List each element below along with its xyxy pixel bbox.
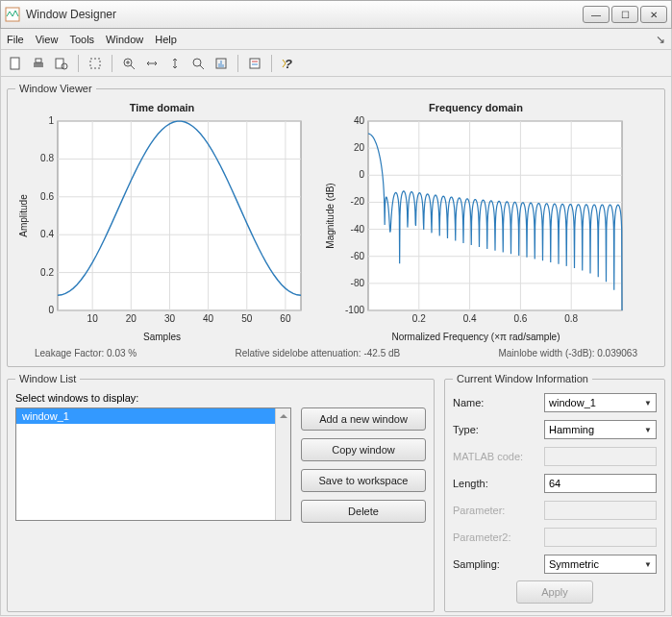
sampling-combo[interactable]: Symmetric▼ — [544, 555, 657, 574]
toolbar: ? — [0, 50, 672, 77]
svg-text:-100: -100 — [345, 305, 364, 315]
list-item[interactable]: window_1 — [16, 408, 290, 424]
zoom-fit-icon[interactable] — [189, 55, 207, 72]
legend-icon[interactable] — [246, 55, 263, 72]
svg-text:10: 10 — [87, 313, 99, 324]
apply-button[interactable]: Apply — [516, 580, 593, 604]
svg-text:1: 1 — [48, 115, 54, 126]
menu-help[interactable]: Help — [155, 34, 177, 45]
type-combo[interactable]: Hamming▼ — [544, 420, 657, 439]
svg-text:-60: -60 — [351, 251, 365, 261]
menu-file[interactable]: File — [7, 34, 24, 45]
svg-line-8 — [131, 65, 135, 69]
svg-text:0.2: 0.2 — [412, 313, 426, 324]
svg-text:60: 60 — [280, 313, 291, 324]
viewer-stats: Leakage Factor: 0.03 % Relative sidelobe… — [15, 342, 657, 358]
zoom-y-icon[interactable] — [166, 55, 184, 72]
list-instruction: Select windows to display: — [15, 392, 426, 404]
edit-icon[interactable] — [87, 55, 104, 72]
freq-domain-plot: Frequency domain 0.20.40.60.8-100-80-60-… — [322, 102, 630, 342]
svg-text:Magnitude (dB): Magnitude (dB) — [325, 183, 336, 248]
print-icon[interactable] — [30, 55, 47, 72]
info-legend: Current Window Information — [453, 373, 592, 384]
freq-xlabel: Normalized Frequency (×π rad/sample) — [391, 332, 560, 342]
sidelobe-stat: Relative sidelobe attenuation: -42.5 dB — [235, 348, 400, 358]
menu-tools[interactable]: Tools — [69, 34, 94, 45]
parameter-field — [544, 501, 657, 520]
mainlobe-stat: Mainlobe width (-3dB): 0.039063 — [498, 348, 637, 358]
sampling-label: Sampling: — [453, 558, 544, 570]
svg-text:50: 50 — [241, 313, 253, 324]
freq-plot-canvas[interactable]: 0.20.40.60.8-100-80-60-40-2002040Magnitu… — [322, 115, 630, 332]
menu-view[interactable]: View — [36, 34, 59, 45]
zoom-x-icon[interactable] — [143, 55, 161, 72]
svg-text:20: 20 — [126, 313, 137, 324]
svg-text:0.4: 0.4 — [40, 229, 54, 239]
svg-text:Amplitude: Amplitude — [18, 194, 29, 237]
current-window-info-panel: Current Window Information Name: window_… — [444, 373, 665, 612]
svg-rect-23 — [58, 121, 301, 310]
svg-rect-19 — [250, 59, 260, 68]
svg-text:40: 40 — [203, 313, 214, 324]
svg-rect-2 — [34, 62, 43, 67]
length-label: Length: — [453, 478, 544, 489]
svg-text:0.2: 0.2 — [40, 267, 54, 278]
help-icon[interactable]: ? — [280, 55, 297, 72]
time-xlabel: Samples — [143, 332, 181, 342]
time-plot-canvas[interactable]: 10203040506000.20.40.60.81Amplitude — [15, 115, 309, 332]
svg-text:0.4: 0.4 — [463, 313, 477, 324]
svg-rect-4 — [56, 59, 63, 68]
length-field[interactable]: 64 — [544, 474, 657, 493]
window-viewer-legend: Window Viewer — [15, 83, 96, 94]
close-button[interactable]: ✕ — [640, 6, 667, 23]
svg-text:0: 0 — [359, 169, 364, 180]
svg-text:0.8: 0.8 — [564, 313, 578, 324]
svg-rect-49 — [368, 121, 622, 310]
svg-text:-80: -80 — [351, 278, 365, 288]
app-icon — [5, 7, 20, 22]
freq-plot-title: Frequency domain — [429, 102, 523, 113]
parameter-label: Parameter: — [453, 505, 544, 516]
svg-text:20: 20 — [354, 142, 365, 153]
minimize-button[interactable]: — — [583, 6, 610, 23]
titlebar: Window Designer — ☐ ✕ — [0, 0, 672, 29]
parameter2-label: Parameter2: — [453, 531, 544, 543]
window-viewer-panel: Window Viewer Time domain 10203040506000… — [7, 83, 665, 367]
matlab-code-field — [544, 447, 657, 466]
print-preview-icon[interactable] — [53, 55, 70, 72]
window-list-panel: Window List Select windows to display: w… — [7, 373, 435, 612]
leakage-stat: Leakage Factor: 0.03 % — [35, 348, 137, 358]
svg-text:40: 40 — [354, 115, 365, 126]
svg-text:-40: -40 — [351, 224, 365, 234]
svg-text:-20: -20 — [351, 196, 365, 207]
svg-text:0.8: 0.8 — [40, 153, 54, 163]
menubar-overflow-icon[interactable]: ↘ — [656, 33, 665, 46]
new-icon[interactable] — [7, 55, 24, 72]
time-plot-title: Time domain — [130, 102, 195, 113]
window-list-legend: Window List — [15, 373, 80, 384]
svg-line-14 — [200, 65, 204, 69]
maximize-button[interactable]: ☐ — [611, 6, 638, 23]
parameter2-field — [544, 528, 657, 547]
name-combo[interactable]: window_1▼ — [544, 393, 657, 412]
menu-window[interactable]: Window — [106, 34, 143, 45]
svg-text:0: 0 — [48, 305, 54, 315]
svg-rect-3 — [36, 59, 41, 62]
add-window-button[interactable]: Add a new window — [301, 407, 426, 431]
type-label: Type: — [453, 424, 544, 435]
svg-rect-6 — [90, 59, 100, 68]
menubar: File View Tools Window Help ↘ — [0, 29, 672, 50]
content-area: Window Viewer Time domain 10203040506000… — [0, 77, 672, 616]
window-title: Window Designer — [26, 8, 581, 21]
svg-text:0.6: 0.6 — [40, 191, 54, 202]
autoscale-icon[interactable] — [212, 55, 230, 72]
save-workspace-button[interactable]: Save to workspace — [301, 469, 426, 492]
zoom-in-icon[interactable] — [120, 55, 137, 72]
svg-rect-1 — [11, 58, 19, 69]
name-label: Name: — [453, 397, 544, 408]
copy-window-button[interactable]: Copy window — [301, 438, 426, 461]
time-domain-plot: Time domain 10203040506000.20.40.60.81Am… — [15, 102, 309, 342]
window-listbox[interactable]: window_1 — [15, 407, 291, 521]
delete-button[interactable]: Delete — [301, 500, 426, 523]
listbox-scrollbar[interactable] — [275, 408, 290, 520]
